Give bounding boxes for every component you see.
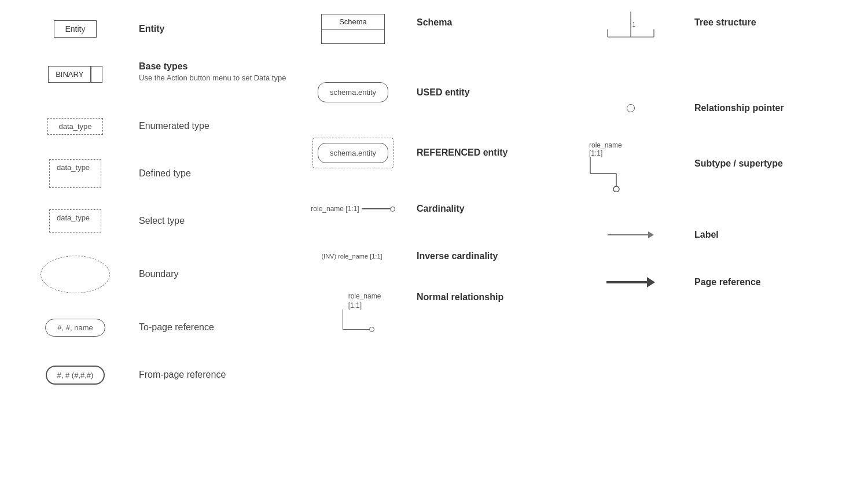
svg-text:1: 1 [632, 21, 635, 28]
schema-box: Schema [321, 14, 385, 44]
label-arrow-line [608, 234, 648, 235]
enumerated-label: Enumerated type [139, 121, 209, 131]
boundary-label: Boundary [139, 269, 179, 279]
cardinality-label: Cardinality [417, 204, 465, 213]
page-ref-arrow-head [647, 277, 655, 287]
used-entity-box: schema.entity [318, 82, 388, 102]
rel-pointer-label: Relationship pointer [694, 103, 784, 113]
label-normal-rel: Normal relationship [411, 292, 573, 303]
ref-entity-label: REFERENCED entity [417, 147, 507, 157]
legend-row-entity: Entity Entity [17, 12, 295, 46]
symbol-enumerated: data_type [17, 118, 133, 135]
symbol-entity: Entity [17, 20, 133, 38]
ref-entity-text: schema.entity [330, 149, 376, 157]
label-arrow-label: Label [694, 230, 719, 239]
symbol-normal-rel: role_name [1:1] [295, 292, 411, 330]
to-page-label: To-page reference [139, 322, 214, 332]
cardinality-circle [390, 206, 395, 212]
base-types-label: Base types [139, 61, 295, 72]
label-defined: Defined type [133, 168, 295, 179]
legend-row-normal-rel: role_name [1:1] Normal relationship [295, 286, 573, 344]
symbol-page-ref [573, 277, 689, 287]
used-entity-label: USED entity [417, 87, 470, 97]
legend-row-rel-pointer: Relationship pointer [573, 88, 851, 128]
symbol-base-types: BINARY [17, 61, 133, 83]
legend-row-subtype: role_name [1:1] Subt [573, 141, 851, 205]
normal-rel-symbol: role_name [1:1] [343, 292, 381, 330]
inv-cardinality-label: Inverse cardinality [417, 251, 498, 261]
from-page-label: From-page reference [139, 370, 226, 379]
schema-label: Schema [417, 17, 452, 27]
legend-row-enumerated: data_type Enumerated type [17, 109, 295, 143]
symbol-label-arrow [573, 231, 689, 238]
base-type-box: BINARY [48, 66, 102, 83]
label-cardinality: Cardinality [411, 204, 573, 214]
schema-top-text: Schema [322, 14, 384, 29]
select-text: data_type [57, 213, 90, 222]
entity-label: Entity [139, 24, 164, 34]
label-tree: Tree structure [689, 12, 851, 28]
label-select: Select type [133, 216, 295, 226]
label-arrow-head [648, 231, 654, 238]
cardinality-text: role_name [1:1] [311, 205, 359, 213]
symbol-from-page: #, # (#,#,#) [17, 366, 133, 385]
base-type-small [91, 67, 102, 82]
normal-rel-label: Normal relationship [417, 292, 503, 302]
label-arrow-symbol [608, 231, 654, 238]
inv-cardinality-text: (INV) role_name [1:1] [321, 253, 382, 260]
defined-text: data_type [57, 163, 90, 172]
label-label-arrow: Label [689, 230, 851, 240]
symbol-ref-entity: schema.entity [295, 138, 411, 168]
base-types-sublabel: Use the Action button menu to set Data t… [139, 73, 295, 82]
svg-point-9 [613, 186, 619, 192]
tree-svg: 1 [584, 12, 677, 58]
column-1: Entity Entity BINARY Base types Use the … [17, 12, 295, 405]
symbol-inv-cardinality: (INV) role_name [1:1] [295, 253, 411, 260]
tree-label: Tree structure [694, 17, 756, 27]
symbol-schema: Schema [295, 12, 411, 44]
label-base-types: Base types Use the Action button menu to… [133, 61, 295, 82]
label-from-page: From-page reference [133, 370, 295, 380]
legend-row-label-arrow: Label [573, 217, 851, 252]
symbol-boundary [17, 256, 133, 293]
label-ref-entity: REFERENCED entity [411, 147, 573, 158]
schema-bottom-space [322, 29, 384, 43]
label-to-page: To-page reference [133, 322, 295, 333]
symbol-cardinality: role_name [1:1] [295, 205, 411, 213]
subtype-role-text: role_name [589, 141, 622, 149]
legend-row-page-ref: Page reference [573, 265, 851, 300]
legend-row-cardinality: role_name [1:1] Cardinality [295, 191, 573, 226]
entity-box: Entity [54, 20, 96, 38]
legend-row-select: data_type Select type [17, 204, 295, 238]
label-page-ref: Page reference [689, 277, 851, 287]
entity-box-text: Entity [65, 24, 85, 34]
subtype-symbol: role_name [1:1] [584, 141, 631, 192]
cardinality-line-h [362, 208, 391, 209]
legend-row-to-page: #, #, name To-page reference [17, 310, 295, 345]
ref-entity-wrapper: schema.entity [312, 138, 393, 168]
rel-pointer-circle [627, 104, 635, 112]
select-label: Select type [139, 216, 185, 226]
normal-rel-card: [1:1] [348, 301, 362, 309]
enumerated-text: data_type [58, 122, 91, 131]
select-box: data_type [49, 209, 101, 233]
defined-label: Defined type [139, 168, 191, 178]
cardinality-line: role_name [1:1] [311, 205, 395, 213]
symbol-tree: 1 [573, 12, 689, 58]
normal-rel-corner [343, 309, 372, 330]
label-used-entity: USED entity [411, 87, 573, 98]
label-enumerated: Enumerated type [133, 121, 295, 131]
symbol-to-page: #, #, name [17, 319, 133, 337]
normal-rel-circle [369, 327, 374, 332]
page-ref-label: Page reference [694, 277, 761, 287]
symbol-subtype: role_name [1:1] [573, 141, 689, 192]
subtype-card-text: [1:1] [589, 149, 602, 157]
label-subtype: Subtype / supertype [689, 141, 851, 169]
subtype-label: Subtype / supertype [694, 158, 783, 168]
from-page-pill: #, # (#,#,#) [46, 366, 105, 385]
defined-box: data_type [49, 159, 101, 188]
subtype-svg [584, 157, 631, 192]
legend-row-ref-entity: schema.entity REFERENCED entity [295, 127, 573, 179]
symbol-select: data_type [17, 209, 133, 233]
column-3: 1 Tree structure Rel [573, 12, 851, 405]
